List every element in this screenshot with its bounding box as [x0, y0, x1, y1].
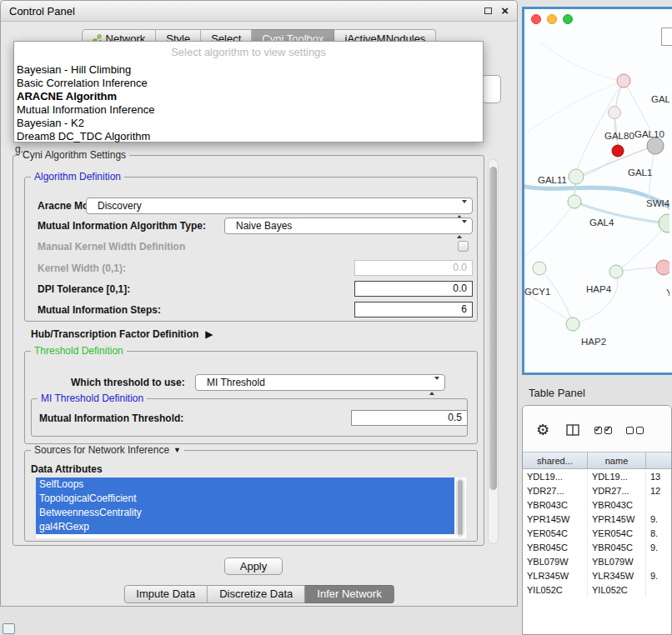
- column-selector-icon[interactable]: [566, 424, 579, 436]
- panel-corner-icon[interactable]: [3, 623, 15, 634]
- aracne-mode-select[interactable]: Discovery: [86, 198, 473, 214]
- table-cell: 12: [646, 483, 671, 498]
- table-cell: 8.: [646, 526, 671, 540]
- node-label: HAP4: [586, 284, 612, 294]
- column-header[interactable]: name: [588, 452, 646, 468]
- table-cell: YER054C: [588, 526, 646, 540]
- kernel-width-input[interactable]: 0.0: [354, 260, 473, 276]
- apply-button[interactable]: Apply: [224, 558, 283, 575]
- table-cell: YBR045C: [523, 540, 588, 554]
- table-row[interactable]: YBR045CYBR045C9.: [523, 540, 671, 554]
- manual-kernel-checkbox[interactable]: [458, 241, 469, 252]
- table-cell: YLR345W: [523, 568, 588, 582]
- column-header[interactable]: shared...: [523, 452, 588, 468]
- network-overview-box[interactable]: [661, 28, 672, 46]
- table-row[interactable]: YLR345WYLR345W9.: [523, 568, 671, 582]
- table-cell: YDR27...: [588, 483, 646, 498]
- attribute-item[interactable]: TopologicalCoefficient: [36, 492, 454, 506]
- node-label: GCY1: [524, 287, 550, 297]
- hub-section-toggle[interactable]: Hub/Transcription Factor Definition ▶: [31, 328, 213, 340]
- node-label: GAL1: [628, 168, 652, 178]
- table-cell: YLR345W: [588, 568, 646, 582]
- table-cell: [646, 582, 671, 597]
- network-edge: [524, 204, 573, 258]
- table-header[interactable]: shared...name: [523, 452, 671, 469]
- table-row[interactable]: YER054CYER054C8.: [523, 526, 671, 540]
- network-node[interactable]: [568, 195, 581, 208]
- tab-discretize-data[interactable]: Discretize Data: [208, 585, 305, 603]
- zoom-traffic-icon[interactable]: [563, 14, 573, 24]
- node-label: GAL: [651, 94, 669, 104]
- data-attributes-list[interactable]: SelfLoopsTopologicalCoefficientBetweenne…: [36, 478, 466, 538]
- mi-algorithm-type-select[interactable]: Naive Bayes: [224, 218, 473, 234]
- table-cell: YBL079W: [588, 554, 646, 568]
- deselect-all-checkboxes-icon[interactable]: [626, 427, 646, 434]
- table-cell: 9.: [646, 568, 671, 582]
- network-node[interactable]: [617, 74, 630, 88]
- mi-steps-input[interactable]: 6: [354, 302, 473, 318]
- float-window-icon[interactable]: [484, 8, 492, 14]
- table-row[interactable]: YBR043CYBR043C: [523, 498, 671, 512]
- group-title-threshold: Threshold Definition: [31, 345, 127, 357]
- aracne-mode-value: Discovery: [98, 200, 142, 212]
- algorithm-option[interactable]: Dream8 DC_TDC Algorithm: [14, 130, 483, 143]
- network-node[interactable]: [569, 169, 584, 184]
- attribute-item[interactable]: BetweennessCentrality: [36, 506, 454, 520]
- obscured-field-fragment: [482, 75, 501, 103]
- algorithm-option[interactable]: Mutual Information Inference: [14, 103, 483, 117]
- network-node[interactable]: [566, 318, 579, 331]
- which-threshold-label: Which threshold to use:: [71, 377, 185, 388]
- algorithm-select-popup: Select algorithm to view settings Bayesi…: [13, 41, 484, 142]
- network-view-window[interactable]: GALGAL80GAL10GAL11GAL1SWI4GAL4GCY1HAP4HA…: [522, 7, 672, 375]
- table-panel: ⚙ shared...name YDL19...YDL19...13YDR27.…: [522, 405, 672, 635]
- which-threshold-select[interactable]: MI Threshold: [195, 374, 445, 391]
- scrollbar-thumb[interactable]: [489, 167, 497, 490]
- algorithm-option[interactable]: Bayesian - K2: [14, 117, 483, 130]
- attribute-item[interactable]: gal4RGexp: [36, 520, 454, 534]
- close-icon[interactable]: ×: [501, 5, 509, 17]
- table-cell: YDL19...: [523, 469, 588, 483]
- node-label: GAL4: [589, 218, 614, 228]
- network-node[interactable]: [609, 265, 623, 278]
- table-row[interactable]: YPR145WYPR145W9.: [523, 512, 671, 526]
- table-row[interactable]: YIL052CYIL052C: [523, 582, 671, 597]
- kernel-width-label: Kernel Width (0,1):: [38, 262, 126, 274]
- table-cell: [646, 498, 671, 512]
- table-row[interactable]: YBL079WYBL079W: [523, 554, 671, 568]
- scrollbar-thumb[interactable]: [458, 480, 463, 535]
- mi-threshold-input[interactable]: 0.5: [351, 410, 468, 426]
- titlebar[interactable]: Control Panel ×: [1, 1, 517, 22]
- group-title-sources[interactable]: Sources for Network Inference ▼: [31, 444, 184, 456]
- attribute-item[interactable]: SelfLoops: [36, 478, 454, 492]
- column-header[interactable]: [646, 452, 671, 468]
- dpi-tolerance-input[interactable]: 0.0: [354, 281, 473, 297]
- network-node[interactable]: [659, 214, 669, 232]
- select-all-checkboxes-icon[interactable]: [594, 427, 614, 434]
- tab-impute-data[interactable]: Impute Data: [123, 585, 208, 603]
- combo-arrows-icon: [457, 222, 467, 237]
- tab-infer-network[interactable]: Infer Network: [305, 585, 394, 603]
- attributes-scrollbar[interactable]: [456, 478, 464, 537]
- network-node[interactable]: [609, 107, 621, 119]
- minimize-traffic-icon[interactable]: [547, 14, 557, 24]
- mi-steps-label: Mutual Information Steps:: [38, 304, 161, 316]
- table-cell: YPR145W: [588, 512, 646, 526]
- settings-gear-icon[interactable]: ⚙: [536, 421, 549, 439]
- settings-scrollbar[interactable]: [488, 159, 499, 544]
- table-row[interactable]: YDL19...YDL19...13: [523, 469, 671, 483]
- algorithm-option[interactable]: Bayesian - Hill Climbing: [14, 63, 483, 77]
- close-traffic-icon[interactable]: [531, 14, 541, 24]
- network-node[interactable]: [612, 145, 624, 157]
- network-node[interactable]: [656, 260, 669, 275]
- expand-right-icon: ▶: [205, 328, 213, 340]
- network-node[interactable]: [647, 138, 664, 154]
- table-cell: 13: [646, 469, 671, 483]
- network-graph[interactable]: GALGAL80GAL10GAL11GAL1SWI4GAL4GCY1HAP4HA…: [524, 9, 669, 372]
- collapse-down-icon: ▼: [173, 446, 181, 454]
- table-row[interactable]: YDR27...YDR27...12: [523, 483, 671, 498]
- mi-algorithm-type-label: Mutual Information Algorithm Type:: [38, 220, 206, 232]
- network-node[interactable]: [533, 262, 546, 275]
- algorithm-option[interactable]: ARACNE Algorithm: [14, 90, 483, 103]
- algorithm-option[interactable]: Basic Correlation Inference: [14, 77, 483, 90]
- table-cell: YIL052C: [588, 582, 646, 597]
